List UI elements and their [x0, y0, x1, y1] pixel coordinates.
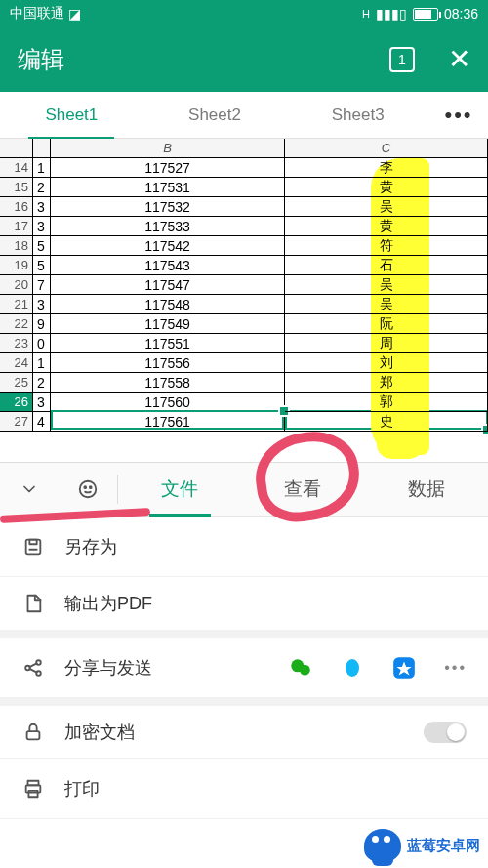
cell[interactable]: 1 [33, 158, 51, 178]
cell[interactable]: 2 [33, 373, 51, 393]
cell[interactable]: 2 [33, 178, 51, 197]
cell[interactable]: 117548 [51, 295, 285, 314]
qq-icon[interactable] [341, 655, 364, 681]
share-row[interactable]: 分享与发送 ••• [0, 638, 488, 698]
cell[interactable]: 1 [33, 353, 51, 373]
table-row[interactable]: 274117561史 [0, 412, 488, 432]
cell[interactable]: 117542 [51, 236, 285, 256]
save-as-button[interactable]: 另存为 [0, 517, 488, 577]
cell[interactable]: 3 [33, 197, 51, 217]
tab-view[interactable]: 查看 [241, 463, 364, 516]
cell[interactable]: 吴 [285, 197, 488, 217]
table-row[interactable]: 185117542符 [0, 236, 488, 256]
row-header[interactable]: 27 [0, 412, 33, 432]
cell[interactable]: 5 [33, 236, 51, 256]
sheet-tab-1[interactable]: Sheet1 [0, 92, 143, 138]
cell[interactable]: 周 [285, 334, 488, 353]
spreadsheet-grid[interactable]: B C 141117527李152117531黄163117532吴173117… [0, 139, 488, 432]
table-row[interactable]: 163117532吴 [0, 197, 488, 217]
share-more-button[interactable]: ••• [444, 659, 467, 677]
wechat-icon[interactable] [288, 655, 313, 681]
sheet-tab-3[interactable]: Sheet3 [286, 92, 429, 138]
collapse-button[interactable] [0, 463, 59, 516]
table-row[interactable]: 152117531黄 [0, 178, 488, 197]
cell[interactable]: 郑 [285, 373, 488, 393]
cell[interactable]: 3 [33, 217, 51, 236]
cell[interactable]: 符 [285, 236, 488, 256]
encrypt-toggle[interactable] [424, 722, 467, 743]
cell[interactable]: 117560 [51, 393, 285, 412]
cell[interactable]: 吴 [285, 275, 488, 295]
row-header[interactable]: 25 [0, 373, 33, 393]
sheet-tabs-more-button[interactable]: ••• [429, 92, 488, 138]
cell[interactable]: 石 [285, 256, 488, 275]
row-header[interactable]: 23 [0, 334, 33, 353]
table-row[interactable]: 173117533黄 [0, 217, 488, 236]
row-header[interactable]: 18 [0, 236, 33, 256]
row-header[interactable]: 22 [0, 314, 33, 334]
row-header[interactable]: 21 [0, 295, 33, 314]
table-row[interactable]: 207117547吴 [0, 275, 488, 295]
star-app-icon[interactable] [391, 655, 417, 681]
cell[interactable]: 史 [285, 412, 488, 432]
close-button[interactable]: ✕ [448, 46, 470, 73]
col-header-a[interactable] [33, 139, 51, 158]
cell[interactable]: 117558 [51, 373, 285, 393]
cell[interactable]: 117547 [51, 275, 285, 295]
cell[interactable]: 117531 [51, 178, 285, 197]
cell[interactable]: 黄 [285, 217, 488, 236]
table-row[interactable]: 252117558郑 [0, 373, 488, 393]
sheet-tab-2[interactable]: Sheet2 [143, 92, 287, 138]
tab-file[interactable]: 文件 [118, 463, 241, 516]
cell[interactable]: 4 [33, 412, 51, 432]
row-header[interactable]: 26 [0, 393, 33, 412]
cell[interactable]: 3 [33, 295, 51, 314]
cell[interactable]: 郭 [285, 393, 488, 412]
row-header[interactable]: 14 [0, 158, 33, 178]
col-header-c[interactable]: C [285, 139, 488, 158]
cell[interactable]: 9 [33, 314, 51, 334]
encrypt-label: 加密文档 [64, 721, 135, 744]
cell[interactable]: 117551 [51, 334, 285, 353]
table-row[interactable]: 229117549阮 [0, 314, 488, 334]
print-button[interactable]: 打印 [0, 759, 488, 819]
cell[interactable]: 117533 [51, 217, 285, 236]
table-row[interactable]: 241117556刘 [0, 353, 488, 373]
row-header[interactable]: 24 [0, 353, 33, 373]
tabs-button[interactable]: 1 [389, 47, 415, 72]
cell[interactable]: 黄 [285, 178, 488, 197]
export-pdf-button[interactable]: 输出为PDF [0, 577, 488, 638]
watermark-text: 蓝莓安卓网 [407, 837, 480, 855]
row-header[interactable]: 20 [0, 275, 33, 295]
cell[interactable]: 117549 [51, 314, 285, 334]
select-all-corner[interactable] [0, 139, 33, 158]
row-header[interactable]: 19 [0, 256, 33, 275]
encrypt-button[interactable]: 加密文档 [0, 698, 488, 759]
cell[interactable]: 吴 [285, 295, 488, 314]
cell[interactable]: 5 [33, 256, 51, 275]
table-row[interactable]: 141117527李 [0, 158, 488, 178]
cell[interactable]: 刘 [285, 353, 488, 373]
row-header[interactable]: 16 [0, 197, 33, 217]
col-header-b[interactable]: B [51, 139, 285, 158]
table-row[interactable]: 230117551周 [0, 334, 488, 353]
assistant-icon[interactable] [59, 463, 117, 516]
cell[interactable]: 0 [33, 334, 51, 353]
cell[interactable]: 117532 [51, 197, 285, 217]
table-row[interactable]: 263117560郭 [0, 393, 488, 412]
row-header[interactable]: 15 [0, 178, 33, 197]
status-bar: 中国联通 ◪ H ▮▮▮▯ 08:36 [0, 0, 488, 27]
cell[interactable]: 3 [33, 393, 51, 412]
cell[interactable]: 117556 [51, 353, 285, 373]
cell[interactable]: 李 [285, 158, 488, 178]
table-row[interactable]: 195117543石 [0, 256, 488, 275]
cell[interactable]: 阮 [285, 314, 488, 334]
cell[interactable]: 7 [33, 275, 51, 295]
sim-icon: ◪ [68, 6, 81, 21]
row-header[interactable]: 17 [0, 217, 33, 236]
cell[interactable]: 117543 [51, 256, 285, 275]
tab-data[interactable]: 数据 [365, 463, 488, 516]
table-row[interactable]: 213117548吴 [0, 295, 488, 314]
cell[interactable]: 117561 [51, 412, 285, 432]
cell[interactable]: 117527 [51, 158, 285, 178]
